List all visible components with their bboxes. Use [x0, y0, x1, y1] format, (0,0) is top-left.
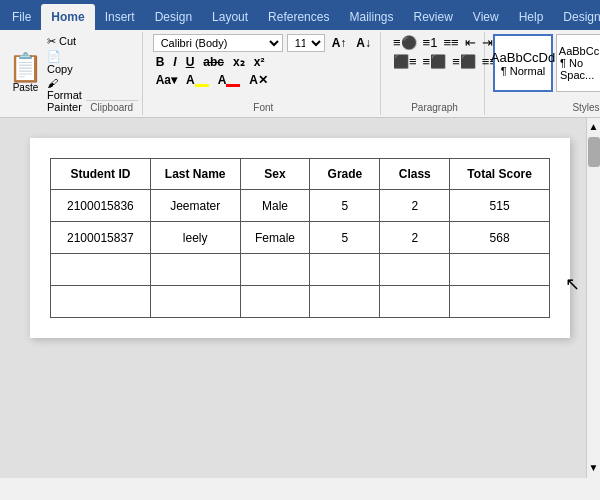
table-cell[interactable]: 2	[380, 190, 450, 222]
clipboard-group: 📋 Paste ✂ Cut 📄 Copy 🖌 Format Painter Cl…	[4, 32, 143, 115]
cut-button[interactable]: ✂ Cut	[45, 34, 84, 49]
scroll-up-arrow[interactable]: ▲	[589, 118, 599, 135]
styles-group-label: Styles	[493, 102, 600, 113]
format-painter-button[interactable]: 🖌 Format Painter	[45, 76, 84, 114]
col-header-total-score: Total Score	[450, 159, 550, 190]
col-header-sex: Sex	[240, 159, 310, 190]
tab-design[interactable]: Design	[145, 4, 202, 30]
table-cell[interactable]	[240, 254, 310, 286]
table-cell[interactable]: 515	[450, 190, 550, 222]
increase-font-size-button[interactable]: A↑	[329, 35, 350, 51]
table-cell[interactable]: leely	[150, 222, 240, 254]
table-cell[interactable]	[450, 254, 550, 286]
ribbon-tab-bar: File Home Insert Design Layout Reference…	[0, 0, 600, 30]
table-cell[interactable]: 2	[380, 222, 450, 254]
style-normal-preview: AaBbCcDd	[491, 50, 555, 65]
font-group: Calibri (Body) 11 A↑ A↓ B I U abc x₂ x² …	[147, 32, 381, 115]
paste-label: Paste	[13, 82, 39, 93]
styles-group: AaBbCcDd ¶ Normal AaBbCcDd ¶ No Spac... …	[489, 32, 600, 115]
table-cell[interactable]: 568	[450, 222, 550, 254]
document-page: Student ID Last Name Sex Grade Class Tot…	[30, 138, 570, 338]
vertical-scrollbar[interactable]: ▲ ▼	[586, 118, 600, 478]
paragraph-group-label: Paragraph	[391, 102, 478, 113]
table-row	[51, 254, 550, 286]
clipboard-sub: ✂ Cut 📄 Copy 🖌 Format Painter	[43, 34, 86, 113]
decrease-font-size-button[interactable]: A↓	[353, 35, 374, 51]
style-normal[interactable]: AaBbCcDd ¶ Normal	[493, 34, 553, 92]
table-cell[interactable]	[450, 286, 550, 318]
table-cell[interactable]: 5	[310, 222, 380, 254]
style-normal-label: ¶ Normal	[501, 65, 545, 77]
table-row: 2100015837leelyFemale52568	[51, 222, 550, 254]
superscript-button[interactable]: x²	[251, 54, 268, 70]
align-right-button[interactable]: ≡⬛	[450, 53, 478, 70]
bullets-button[interactable]: ≡⚫	[391, 34, 419, 51]
tab-view[interactable]: View	[463, 4, 509, 30]
paste-icon: 📋	[8, 54, 43, 82]
table-cell[interactable]	[240, 286, 310, 318]
tab-layout[interactable]: Layout	[202, 4, 258, 30]
font-size-select[interactable]: 11	[287, 34, 325, 52]
style-nospace-label: ¶ No Spac...	[560, 57, 600, 81]
font-color-button[interactable]: A	[215, 72, 244, 88]
tab-review[interactable]: Review	[403, 4, 462, 30]
tab-mailings[interactable]: Mailings	[339, 4, 403, 30]
tab-design2[interactable]: Design	[553, 4, 600, 30]
decrease-indent-button[interactable]: ⇤	[463, 34, 478, 51]
table-cell[interactable]: Male	[240, 190, 310, 222]
tab-references[interactable]: References	[258, 4, 339, 30]
table-cell[interactable]: 5	[310, 190, 380, 222]
font-family-select[interactable]: Calibri (Body)	[153, 34, 283, 52]
numbering-button[interactable]: ≡1	[421, 34, 440, 51]
table-cell[interactable]	[310, 254, 380, 286]
center-button[interactable]: ≡⬛	[421, 53, 449, 70]
copy-button[interactable]: 📄 Copy	[45, 49, 84, 76]
table-cell[interactable]: Female	[240, 222, 310, 254]
scroll-thumb[interactable]	[588, 137, 600, 167]
text-highlight-button[interactable]: A	[183, 72, 212, 88]
table-cell[interactable]	[51, 286, 151, 318]
italic-button[interactable]: I	[170, 54, 179, 70]
table-cell[interactable]	[380, 286, 450, 318]
scroll-area: Student ID Last Name Sex Grade Class Tot…	[0, 118, 600, 478]
multilevel-list-button[interactable]: ≡≡	[441, 34, 460, 51]
style-no-spacing[interactable]: AaBbCcDd ¶ No Spac...	[556, 34, 600, 92]
table-cell[interactable]: Jeemater	[150, 190, 240, 222]
tab-home[interactable]: Home	[41, 4, 94, 30]
col-header-class: Class	[380, 159, 450, 190]
paste-button[interactable]: 📋 Paste	[8, 34, 43, 113]
table-row: 2100015836JeematerMale52515	[51, 190, 550, 222]
col-header-grade: Grade	[310, 159, 380, 190]
clipboard-label: Clipboard	[86, 100, 138, 113]
table-cell[interactable]	[150, 286, 240, 318]
ribbon: 📋 Paste ✂ Cut 📄 Copy 🖌 Format Painter Cl…	[0, 30, 600, 118]
tab-insert[interactable]: Insert	[95, 4, 145, 30]
font-group-label: Font	[153, 102, 374, 113]
table-header-row: Student ID Last Name Sex Grade Class Tot…	[51, 159, 550, 190]
table-cell[interactable]	[51, 254, 151, 286]
tab-file[interactable]: File	[2, 4, 41, 30]
strikethrough-button[interactable]: abc	[200, 54, 227, 70]
tab-help[interactable]: Help	[509, 4, 554, 30]
style-nospace-preview: AaBbCcDd	[559, 45, 600, 57]
paragraph-group: ≡⚫ ≡1 ≡≡ ⇤ ⇥ ↕A ¶ ⬛≡ ≡⬛ ≡⬛ ≡≡ ↕ 🟦 ⊞ Para…	[385, 32, 485, 115]
table-cell[interactable]	[380, 254, 450, 286]
align-left-button[interactable]: ⬛≡	[391, 53, 419, 70]
table-cell[interactable]	[310, 286, 380, 318]
table-cell[interactable]	[150, 254, 240, 286]
table-cell[interactable]: 2100015837	[51, 222, 151, 254]
data-table: Student ID Last Name Sex Grade Class Tot…	[50, 158, 550, 318]
underline-button[interactable]: U	[183, 54, 198, 70]
col-header-student-id: Student ID	[51, 159, 151, 190]
bold-button[interactable]: B	[153, 54, 168, 70]
col-header-last-name: Last Name	[150, 159, 240, 190]
table-row	[51, 286, 550, 318]
subscript-button[interactable]: x₂	[230, 54, 248, 70]
change-case-button[interactable]: Aa▾	[153, 72, 180, 88]
table-cell[interactable]: 2100015836	[51, 190, 151, 222]
scroll-down-arrow[interactable]: ▼	[589, 459, 599, 476]
clear-formatting-button[interactable]: A✕	[246, 72, 271, 88]
